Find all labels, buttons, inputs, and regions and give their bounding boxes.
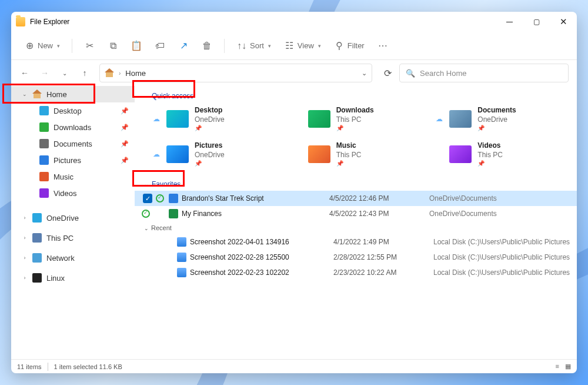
recent-row[interactable]: Screenshot 2022-02-28 125500 2/28/2022 1… xyxy=(135,250,577,265)
chevron-down-icon[interactable]: ⌄ xyxy=(22,91,28,97)
filter-button[interactable]: ⚲ Filter xyxy=(329,37,369,55)
minimize-button[interactable] xyxy=(496,12,523,32)
chevron-right-icon[interactable]: › xyxy=(22,215,28,221)
forward-button[interactable]: → xyxy=(36,64,54,82)
home-icon xyxy=(32,90,42,98)
chevron-down-icon: ⌄ xyxy=(144,93,149,99)
navigation-pane: ⌄ Home Desktop📌Downloads📌Documents📌Pictu… xyxy=(11,86,135,359)
section-recent[interactable]: ⌄Recent xyxy=(135,221,577,234)
sidebar-item-desktop[interactable]: Desktop📌 xyxy=(11,102,135,119)
view-button[interactable]: ☷ View ▾ xyxy=(279,37,326,55)
folder-icon xyxy=(166,110,189,128)
image-file-icon xyxy=(177,253,186,262)
share-button[interactable]: ↗ xyxy=(173,37,193,55)
chevron-down-icon: ▾ xyxy=(318,43,321,49)
image-file-icon xyxy=(177,237,186,247)
sync-ok-icon xyxy=(156,194,164,203)
plus-circle-icon: ⊕ xyxy=(24,41,35,51)
recent-row[interactable]: Screenshot 2022-02-23 102202 2/23/2022 1… xyxy=(135,265,577,280)
filter-icon: ⚲ xyxy=(334,41,345,51)
quick-access-desktop[interactable]: ☁ DesktopOneDrive📌 xyxy=(152,102,294,135)
pin-icon: 📌 xyxy=(121,124,129,131)
trash-icon: 🗑 xyxy=(202,41,212,51)
section-quick-access[interactable]: ⌄ Quick access xyxy=(135,86,577,102)
back-button[interactable]: ← xyxy=(16,64,34,82)
pin-icon: 📌 xyxy=(121,157,129,164)
file-icon xyxy=(169,194,178,203)
quick-access-downloads[interactable]: DownloadsThis PC📌 xyxy=(294,102,436,135)
drive-icon xyxy=(32,253,42,263)
folder-icon xyxy=(39,139,49,148)
folder-icon xyxy=(39,122,49,132)
status-item-count: 11 items xyxy=(17,363,42,370)
separator-icon: › xyxy=(119,70,121,77)
drive-icon xyxy=(32,233,42,243)
search-input[interactable]: 🔍 Search Home xyxy=(399,64,569,82)
sidebar-item-this-pc[interactable]: ›This PC xyxy=(11,230,135,246)
address-bar[interactable]: › Home ⌄ xyxy=(99,64,372,82)
quick-access-music[interactable]: MusicThis PC📌 xyxy=(294,138,436,171)
file-icon xyxy=(169,209,178,218)
sidebar-item-downloads[interactable]: Downloads📌 xyxy=(11,119,135,135)
status-bar: 11 items 1 item selected 11.6 KB ≡ ▦ xyxy=(11,359,577,373)
sidebar-item-videos[interactable]: Videos xyxy=(11,185,135,201)
quick-access-videos[interactable]: VideosThis PC📌 xyxy=(435,138,577,171)
close-button[interactable]: ✕ xyxy=(550,12,577,32)
favorite-row[interactable]: ✓ Brandon's Star Trek Script 4/5/2022 12… xyxy=(135,191,577,206)
sidebar-item-music[interactable]: Music xyxy=(11,168,135,185)
details-view-button[interactable]: ≡ xyxy=(556,363,559,370)
folder-icon xyxy=(39,188,49,198)
sidebar-item-network[interactable]: ›Network xyxy=(11,250,135,266)
copy-button[interactable]: ⧉ xyxy=(103,37,123,55)
folder-icon xyxy=(308,145,330,163)
more-button[interactable]: ⋯ xyxy=(373,37,393,55)
rename-button[interactable]: 🏷 xyxy=(150,37,170,55)
paste-button[interactable]: 📋 xyxy=(126,37,146,55)
titlebar: File Explorer ▢ ✕ xyxy=(11,12,577,32)
section-favorites[interactable]: ⌄ Favorites xyxy=(135,174,577,191)
drive-icon xyxy=(32,273,42,283)
thumbnails-view-button[interactable]: ▦ xyxy=(565,363,571,370)
refresh-button[interactable]: ⟳ xyxy=(378,64,397,82)
folder-icon xyxy=(39,172,49,181)
command-toolbar: ⊕ New ▾ ✂ ⧉ 📋 🏷 ↗ 🗑 ↑↓ Sort ▾ ☷ View ▾ ⚲… xyxy=(11,32,577,60)
checkbox-checked-icon[interactable]: ✓ xyxy=(143,194,152,203)
pin-icon: 📌 xyxy=(121,107,129,115)
delete-button[interactable]: 🗑 xyxy=(197,37,217,55)
chevron-right-icon[interactable]: › xyxy=(22,255,28,261)
quick-access-documents[interactable]: ☁ DocumentsOneDrive📌 xyxy=(435,102,577,135)
chevron-right-icon[interactable]: › xyxy=(22,235,28,241)
chevron-down-icon: ▾ xyxy=(268,43,271,49)
new-button[interactable]: ⊕ New ▾ xyxy=(19,37,65,55)
recent-locations-button[interactable]: ⌄ xyxy=(56,64,74,82)
sync-ok-icon xyxy=(142,210,150,218)
sidebar-item-home[interactable]: ⌄ Home xyxy=(11,86,135,102)
file-explorer-window: File Explorer ▢ ✕ ⊕ New ▾ ✂ ⧉ 📋 🏷 ↗ 🗑 ↑↓… xyxy=(11,12,577,373)
content-pane: ⌄ Quick access ☁ DesktopOneDrive📌 Downlo… xyxy=(135,86,577,359)
cut-button[interactable]: ✂ xyxy=(79,37,99,55)
folder-icon xyxy=(308,110,330,128)
cloud-icon: ☁ xyxy=(152,115,161,123)
view-icon: ☷ xyxy=(284,41,295,51)
search-placeholder: Search Home xyxy=(420,69,466,78)
recent-row[interactable]: Screenshot 2022-04-01 134916 4/1/2022 1:… xyxy=(135,234,577,250)
window-title: File Explorer xyxy=(30,18,69,26)
nav-bar: ← → ⌄ ↑ › Home ⌄ ⟳ 🔍 Search Home xyxy=(11,60,577,86)
folder-icon xyxy=(16,17,25,26)
folder-icon xyxy=(449,145,472,163)
favorite-row[interactable]: My Finances 4/5/2022 12:43 PM OneDrive\D… xyxy=(135,206,577,221)
sidebar-item-documents[interactable]: Documents📌 xyxy=(11,135,135,152)
quick-access-pictures[interactable]: ☁ PicturesOneDrive📌 xyxy=(152,138,294,171)
breadcrumb-home[interactable]: Home xyxy=(125,69,146,78)
maximize-button[interactable]: ▢ xyxy=(523,12,550,32)
sort-button[interactable]: ↑↓ Sort ▾ xyxy=(232,37,276,55)
scissors-icon: ✂ xyxy=(84,41,95,51)
sidebar-item-onedrive[interactable]: ›OneDrive xyxy=(11,210,135,226)
chevron-down-icon: ⌄ xyxy=(144,181,149,187)
sidebar-item-linux[interactable]: ›Linux xyxy=(11,270,135,286)
chevron-right-icon[interactable]: › xyxy=(22,275,28,281)
chevron-down-icon[interactable]: ⌄ xyxy=(362,69,367,77)
up-button[interactable]: ↑ xyxy=(76,64,93,82)
home-icon xyxy=(105,69,114,77)
sidebar-item-pictures[interactable]: Pictures📌 xyxy=(11,152,135,168)
